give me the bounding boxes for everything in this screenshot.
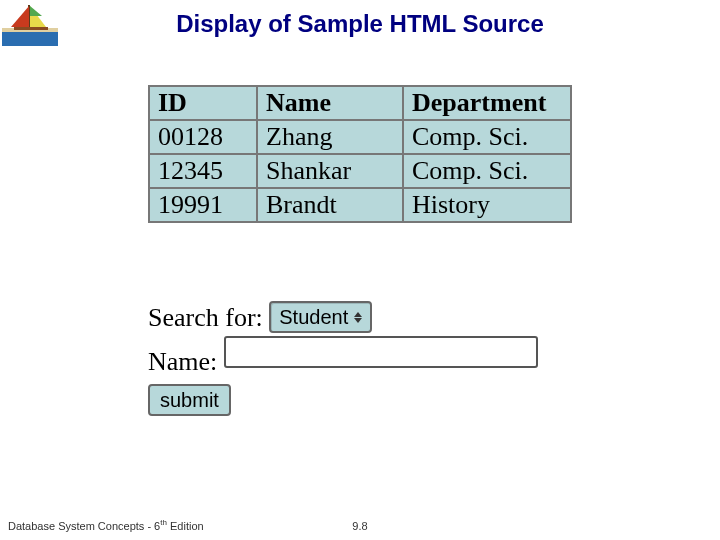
search-type-select[interactable]: Student xyxy=(269,301,372,333)
cell-id: 19991 xyxy=(149,188,257,222)
name-input[interactable] xyxy=(224,336,538,368)
cell-dept: History xyxy=(403,188,571,222)
cell-id: 00128 xyxy=(149,120,257,154)
col-header-name: Name xyxy=(257,86,403,120)
search-form: Search for: Student Name: submit xyxy=(148,300,538,417)
table-row: 00128 Zhang Comp. Sci. xyxy=(149,120,571,154)
cell-name: Zhang xyxy=(257,120,403,154)
cell-dept: Comp. Sci. xyxy=(403,120,571,154)
table-row: 12345 Shankar Comp. Sci. xyxy=(149,154,571,188)
slide-title: Display of Sample HTML Source xyxy=(0,10,720,38)
search-label: Search for: xyxy=(148,303,263,332)
select-arrows-icon xyxy=(354,303,366,331)
submit-button[interactable]: submit xyxy=(148,384,231,416)
col-header-dept: Department xyxy=(403,86,571,120)
search-type-value: Student xyxy=(279,306,348,328)
cell-id: 12345 xyxy=(149,154,257,188)
cell-name: Shankar xyxy=(257,154,403,188)
sample-table: ID Name Department 00128 Zhang Comp. Sci… xyxy=(148,85,572,223)
cell-name: Brandt xyxy=(257,188,403,222)
name-label: Name: xyxy=(148,347,217,376)
table-header-row: ID Name Department xyxy=(149,86,571,120)
slide-number: 9.8 xyxy=(0,520,720,532)
col-header-id: ID xyxy=(149,86,257,120)
table-row: 19991 Brandt History xyxy=(149,188,571,222)
cell-dept: Comp. Sci. xyxy=(403,154,571,188)
